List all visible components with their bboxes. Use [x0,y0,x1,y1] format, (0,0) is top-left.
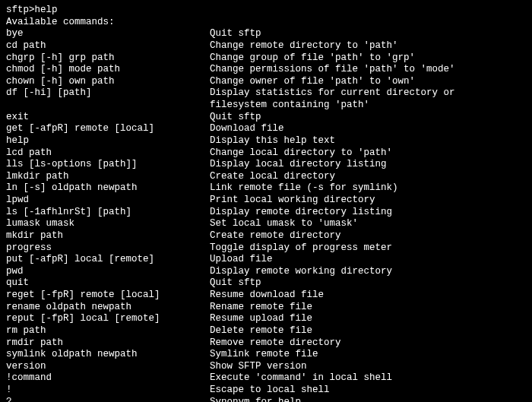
help-command: !command [6,372,210,385]
help-command: chmod [-h] mode path [6,64,210,76]
help-row: chmod [-h] mode pathChange permissions o… [6,64,526,76]
help-command: bye [6,28,210,40]
help-description: Symlink remote file [210,349,526,361]
help-row: !Escape to local shell [6,385,526,397]
command-list: byeQuit sftpcd pathChange remote directo… [6,28,526,402]
help-row: ?Synonym for help [6,397,526,402]
help-command: lpwd [6,195,210,207]
help-description: Download file [210,123,526,135]
help-header: Available commands: [6,17,526,29]
help-row: byeQuit sftp [6,28,526,40]
help-row: chown [-h] own pathChange owner of file … [6,76,526,88]
help-description: Quit sftp [210,28,526,40]
help-row: versionShow SFTP version [6,361,526,373]
help-row: quitQuit sftp [6,277,526,290]
help-row: lmkdir pathCreate local directory [6,171,526,183]
help-command: exit [6,112,210,124]
help-row: lpwdPrint local working directory [6,195,526,207]
help-command: get [-afpR] remote [local] [6,123,210,135]
help-command: rm path [6,325,210,337]
help-command: ln [-s] oldpath newpath [6,182,210,195]
help-command: progress [6,242,210,255]
help-description: Rename remote file [210,302,526,314]
help-row: ln [-s] oldpath newpathLink remote file … [6,182,526,195]
help-command: help [6,135,210,147]
help-command: ! [6,385,210,397]
help-description: Toggle display of progress meter [210,242,526,255]
help-command: rename oldpath newpath [6,302,210,314]
help-command: version [6,361,210,373]
help-command: reget [-fpR] remote [local] [6,290,210,302]
help-description: Execute 'command' in local shell [210,372,526,385]
help-row: get [-afpR] remote [local]Download file [6,123,526,135]
help-row: rm pathDelete remote file [6,325,526,337]
help-row: symlink oldpath newpathSymlink remote fi… [6,349,526,361]
help-description: Change local directory to 'path' [210,147,526,160]
help-command: chown [-h] own path [6,76,210,88]
help-description: Upload file [210,254,526,266]
help-description: Synonym for help [210,397,526,402]
help-row: chgrp [-h] grp pathChange group of file … [6,52,526,65]
help-description: Display local directory listing [210,159,526,171]
help-description: Delete remote file [210,325,526,337]
help-row: df [-hi] [path]Display statistics for cu… [6,87,526,100]
help-command: ? [6,397,210,402]
help-row: cd pathChange remote directory to 'path' [6,40,526,52]
help-command: put [-afpR] local [remote] [6,254,210,266]
help-command [6,100,210,112]
help-description: Resume download file [210,290,526,302]
help-row: ls [-1afhlnrSt] [path]Display remote dir… [6,207,526,219]
help-description: Change remote directory to 'path' [210,40,526,52]
help-description: Print local working directory [210,195,526,207]
help-command: pwd [6,266,210,278]
help-description: filesystem containing 'path' [210,100,526,112]
help-row: !commandExecute 'command' in local shell [6,372,526,385]
help-command: symlink oldpath newpath [6,349,210,361]
help-description: Display this help text [210,135,526,147]
help-description: Set local umask to 'umask' [210,218,526,230]
help-command: lumask umask [6,218,210,230]
help-description: Create local directory [210,171,526,183]
input-line: sftp> help [6,5,526,17]
help-description: Change group of file 'path' to 'grp' [210,52,526,65]
help-command: reput [-fpR] local [remote] [6,313,210,325]
help-description: Link remote file (-s for symlink) [210,182,526,195]
help-description: Quit sftp [210,277,526,290]
help-row: rmdir pathRemove remote directory [6,337,526,350]
typed-command: help [35,5,58,17]
help-command: ls [-1afhlnrSt] [path] [6,207,210,219]
prompt: sftp> [6,5,35,17]
help-description: Change permissions of file 'path' to 'mo… [210,64,526,76]
help-description: Show SFTP version [210,361,526,373]
help-row: pwdDisplay remote working directory [6,266,526,278]
help-command: rmdir path [6,337,210,350]
help-command: quit [6,277,210,290]
help-command: lmkdir path [6,171,210,183]
help-row: reget [-fpR] remote [local]Resume downlo… [6,290,526,302]
help-description: Change owner of file 'path' to 'own' [210,76,526,88]
help-command: lcd path [6,147,210,160]
help-description: Quit sftp [210,112,526,124]
help-description: Create remote directory [210,230,526,242]
help-row: mkdir pathCreate remote directory [6,230,526,242]
help-description: Display statistics for current directory… [210,87,526,100]
help-row: exitQuit sftp [6,112,526,124]
help-row: lls [ls-options [path]]Display local dir… [6,159,526,171]
help-description: Escape to local shell [210,385,526,397]
help-description: Display remote working directory [210,266,526,278]
help-description: Remove remote directory [210,337,526,350]
help-row: progressToggle display of progress meter [6,242,526,255]
help-command: chgrp [-h] grp path [6,52,210,65]
help-command: mkdir path [6,230,210,242]
help-row: helpDisplay this help text [6,135,526,147]
help-command: df [-hi] [path] [6,87,210,100]
help-command: lls [ls-options [path]] [6,159,210,171]
help-row: put [-afpR] local [remote]Upload file [6,254,526,266]
help-row: lumask umaskSet local umask to 'umask' [6,218,526,230]
help-row: lcd pathChange local directory to 'path' [6,147,526,160]
help-row: reput [-fpR] local [remote]Resume upload… [6,313,526,325]
help-command: cd path [6,40,210,52]
help-description: Display remote directory listing [210,207,526,219]
help-row: rename oldpath newpathRename remote file [6,302,526,314]
help-description: Resume upload file [210,313,526,325]
